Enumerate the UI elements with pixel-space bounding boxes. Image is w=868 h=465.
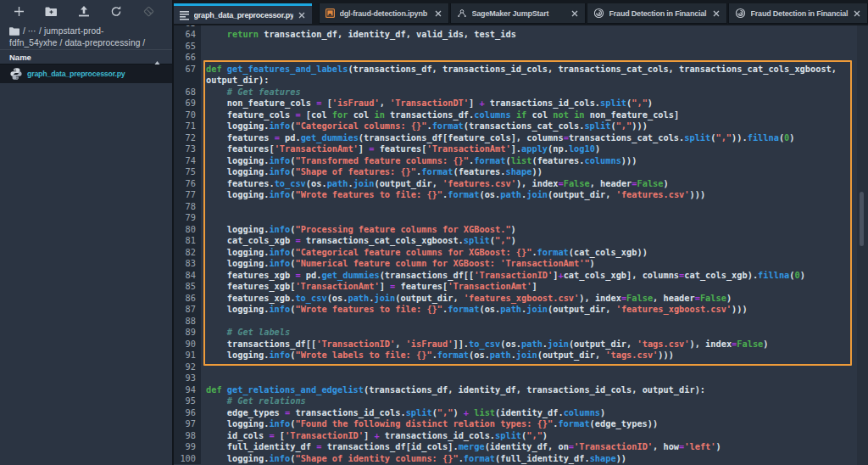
close-icon[interactable]: [854, 10, 860, 17]
tab-fraud-detection-in-financial[interactable]: Fraud Detection in Financial: [587, 3, 727, 24]
code-line-91: 91 logging.info("Wrote labels to file: {…: [174, 350, 857, 361]
code-line-94: 94def get_relations_and_edgelist(transac…: [174, 384, 857, 396]
line-text: # Get features: [201, 87, 857, 98]
line-text: features_xgb['TransactionAmt'] = feature…: [201, 281, 857, 293]
code-line-69: 69 non_feature_cols = ['isFraud', 'Trans…: [174, 98, 857, 109]
line-text: [201, 316, 857, 328]
line-text: transactions_df[['TransactionID', 'isFra…: [201, 339, 857, 350]
code-line-99: 99 full_identity_df = transactions_df[id…: [174, 441, 857, 453]
breadcrumb[interactable]: / ⋯ / jumpstart-prod- fdfn_54yxhe / data…: [0, 25, 172, 49]
line-text: feature_cols = [col for col in transacti…: [201, 109, 857, 121]
line-text: cat_cols_xgb = transactions_cat_cols_xgb…: [201, 235, 857, 247]
code-line-83: 83 logging.info("Numerical feature colum…: [174, 258, 857, 270]
line-text: features['TransactionAmt'] = features['T…: [201, 143, 857, 155]
line-number: 87: [174, 304, 201, 316]
code-line-95: 95 # Get relations: [174, 395, 857, 407]
web-doc-icon: [735, 8, 746, 19]
code-line-89: 89 # Get labels: [174, 327, 857, 339]
close-icon[interactable]: [713, 10, 720, 17]
line-number: 98: [174, 430, 201, 442]
line-number: 71: [174, 120, 201, 132]
new-launcher-button[interactable]: [9, 4, 28, 21]
line-text: logging.info("Wrote features to file: {}…: [201, 304, 857, 316]
line-text: [201, 52, 857, 64]
line-number: 69: [174, 98, 201, 109]
line-text: def get_features_and_labels(transactions…: [201, 64, 857, 76]
tab-label: Fraud Detection in Financial: [609, 9, 709, 18]
line-number: 95: [174, 395, 201, 407]
tab-sagemaker-jumpstart[interactable]: SageMaker JumpStart: [450, 3, 586, 24]
code-line-96: 96 edge_types = transactions_id_cols.spl…: [174, 407, 857, 419]
code-line-67: 67def get_features_and_labels(transactio…: [174, 64, 857, 76]
close-icon[interactable]: [435, 10, 442, 17]
line-number: 97: [174, 418, 201, 430]
line-number: 89: [174, 327, 201, 339]
file-list: graph_data_preprocessor.py: [0, 64, 172, 464]
line-text: features.to_csv(os.path.join(output_dir,…: [201, 178, 857, 190]
tab-label: dgl-fraud-detection.ipynb: [340, 9, 431, 18]
editor-scrollbar[interactable]: [857, 25, 868, 465]
code-line-76: 76 features.to_csv(os.path.join(output_d…: [174, 178, 857, 190]
upload-button[interactable]: [75, 4, 93, 21]
tab-fraud-detection-in-financial-2[interactable]: Fraud Detection in Financial: [728, 3, 868, 24]
line-text: output_dir):: [201, 75, 857, 87]
tab-label: SageMaker JumpStart: [472, 9, 567, 18]
git-icon: [143, 5, 154, 20]
code-line-73: 73 features['TransactionAmt'] = features…: [174, 143, 857, 155]
line-text: return transaction_df, identity_df, vali…: [201, 29, 857, 41]
line-text: logging.info("Categorical columns: {}".f…: [201, 120, 857, 132]
breadcrumb-path-line1: / ⋯ / jumpstart-prod-: [23, 26, 104, 36]
code-line-66: 66: [174, 52, 857, 64]
line-text: def get_relations_and_edgelist(transacti…: [201, 384, 857, 396]
line-text: [201, 201, 857, 213]
code-line-82: 82 logging.info("Categorical feature col…: [174, 247, 857, 259]
file-list-item[interactable]: graph_data_preprocessor.py: [0, 64, 172, 83]
refresh-button[interactable]: [107, 4, 125, 21]
line-text: id_cols = ['TransactionID'] + transactio…: [201, 430, 857, 442]
tab-label: graph_data_preprocessor.py: [194, 11, 294, 20]
python-file-icon: [9, 67, 23, 81]
line-text: # Get relations: [201, 395, 857, 407]
code-line-93: 93: [174, 373, 857, 384]
code-line-65: 65: [174, 41, 857, 53]
jumpstart-icon: [457, 8, 467, 19]
line-number: 82: [174, 247, 201, 259]
notebook-icon: [326, 8, 335, 18]
line-text: features = pd.get_dummies(transactions_d…: [201, 132, 857, 144]
line-text: [201, 41, 857, 53]
line-text: logging.info("Categorical feature column…: [201, 247, 857, 259]
line-text: non_feature_cols = ['isFraud', 'Transact…: [201, 98, 857, 109]
code-line-98: 98 id_cols = ['TransactionID'] + transac…: [174, 430, 857, 442]
line-text: # Get labels: [201, 327, 857, 339]
tab-graph-data-preprocessor-py[interactable]: graph_data_preprocessor.py: [174, 3, 312, 24]
close-icon[interactable]: [571, 10, 578, 17]
line-number: 75: [174, 166, 201, 178]
line-number: 76: [174, 178, 201, 190]
line-number: 91: [174, 350, 201, 361]
code-editor[interactable]: 6364 return transaction_df, identity_df,…: [174, 25, 868, 465]
line-text: [201, 361, 857, 373]
line-text: features_xgb.to_csv(os.path.join(output_…: [201, 293, 857, 305]
code-line-80: 80 logging.info("Processing feature colu…: [174, 224, 857, 236]
line-number: 72: [174, 132, 201, 144]
tab-dgl-fraud-detection-ipynb[interactable]: dgl-fraud-detection.ipynb: [319, 3, 449, 24]
new-folder-button[interactable]: [42, 4, 60, 21]
code-line-90: 90 transactions_df[['TransactionID', 'is…: [174, 339, 857, 350]
code-line-88: 88: [174, 316, 857, 328]
code-line-71: 71 logging.info("Categorical columns: {}…: [174, 120, 857, 132]
name-column-header[interactable]: Name: [9, 53, 31, 62]
code-line-97: 97 logging.info("Found the following dis…: [174, 418, 857, 430]
editor-scrollbar-thumb[interactable]: [860, 192, 864, 246]
code-line-78: 78: [174, 201, 857, 213]
code-line-100: 100 logging.info("Shape of identity colu…: [174, 453, 857, 465]
close-icon[interactable]: [298, 12, 305, 19]
file-list-header[interactable]: Name: [0, 49, 172, 64]
line-number: 81: [174, 235, 201, 247]
code-line-87: 87 logging.info("Wrote features to file:…: [174, 304, 857, 316]
line-number: 79: [174, 212, 201, 224]
line-number: 65: [174, 41, 201, 53]
file-name: graph_data_preprocessor.py: [27, 70, 125, 78]
line-text: [201, 212, 857, 224]
line-number: 74: [174, 155, 201, 167]
line-number: 84: [174, 270, 201, 282]
